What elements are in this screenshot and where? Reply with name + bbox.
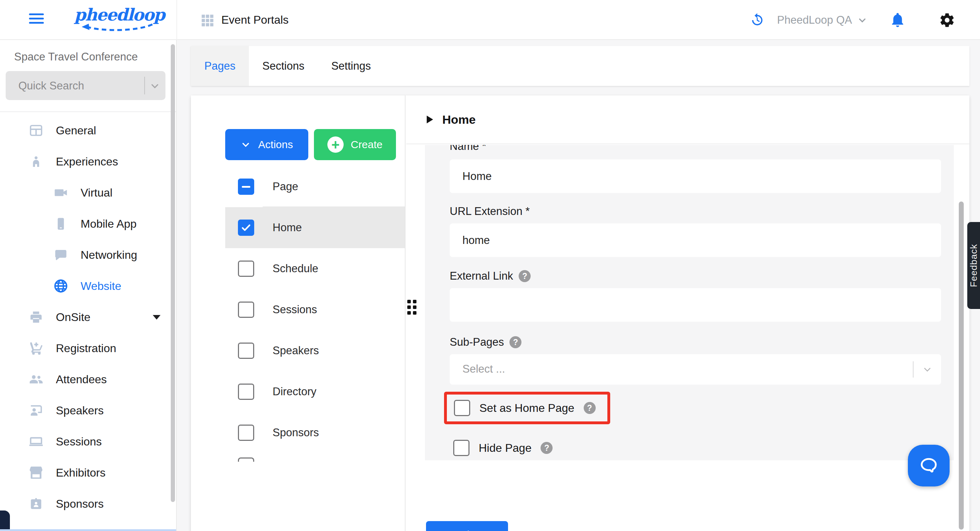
main-scrollbar[interactable] xyxy=(959,202,964,529)
quick-search-select[interactable]: Quick Search xyxy=(6,71,165,100)
help-icon[interactable]: ? xyxy=(541,442,552,454)
list-row-home[interactable]: Home xyxy=(225,207,405,248)
create-button[interactable]: + Create xyxy=(314,129,396,160)
pheedloop-logo[interactable]: pheedloop xyxy=(74,5,162,32)
set-as-home-page-checkbox[interactable] xyxy=(454,400,470,416)
collapse-triangle-icon xyxy=(427,116,433,123)
people-icon xyxy=(27,371,45,388)
help-icon[interactable]: ? xyxy=(519,270,531,282)
hamburger-menu-icon[interactable] xyxy=(29,13,44,26)
sidebar-item-label: OnSite xyxy=(56,311,91,324)
cart-plus-icon xyxy=(27,340,45,357)
sidebar-item-sponsors[interactable]: Sponsors xyxy=(0,488,176,519)
sidebar-item-virtual[interactable]: Virtual xyxy=(0,177,176,208)
tab-sections[interactable]: Sections xyxy=(249,46,318,86)
sub-pages-select[interactable]: Select ... xyxy=(450,354,941,385)
sidebar-item-label: Speakers xyxy=(56,404,103,417)
settings-gear-icon[interactable] xyxy=(939,12,955,28)
globe-icon xyxy=(52,278,69,294)
sidebar-item-attendees[interactable]: Attendees xyxy=(0,364,176,395)
name-label: Name * xyxy=(450,145,941,153)
form-title: Home xyxy=(442,113,476,127)
checkbox-unchecked[interactable] xyxy=(238,383,254,400)
checkbox-unchecked[interactable] xyxy=(238,302,254,318)
list-row-schedule[interactable]: Schedule xyxy=(225,248,405,289)
help-icon[interactable]: ? xyxy=(509,336,522,348)
select-separator xyxy=(144,77,145,94)
hide-page-label: Hide Page xyxy=(479,442,531,455)
checkbox-unchecked[interactable] xyxy=(238,343,254,359)
chat-bubble-icon xyxy=(918,455,939,476)
tab-bar: Pages Sections Settings xyxy=(191,46,969,86)
sidebar-item-sessions[interactable]: Sessions xyxy=(0,426,176,457)
badge-icon xyxy=(27,495,45,512)
sidebar-item-experiences[interactable]: Experiences xyxy=(0,146,176,177)
sidebar-item-registration[interactable]: Registration xyxy=(0,333,176,364)
sidebar-item-general[interactable]: General xyxy=(0,115,176,146)
row-label: Speakers xyxy=(272,344,319,357)
checkbox-checked[interactable] xyxy=(238,219,254,236)
videocam-icon xyxy=(52,184,69,201)
help-icon[interactable]: ? xyxy=(584,402,596,414)
sidebar-item-label: Registration xyxy=(56,342,116,355)
row-label: Directory xyxy=(272,385,317,398)
sidebar-item-website[interactable]: Website xyxy=(0,270,176,302)
page-form-panel: Home Name * URL Extension * External Lin… xyxy=(406,95,969,531)
row-label: Page xyxy=(272,180,298,193)
form-header[interactable]: Home xyxy=(406,95,969,144)
sidebar-item-onsite[interactable]: OnSite xyxy=(0,302,176,333)
list-row-sessions[interactable]: Sessions xyxy=(225,289,405,330)
expand-caret-icon xyxy=(153,315,161,320)
logo-text: pheedloop xyxy=(74,5,164,24)
sidebar-item-networking[interactable]: Networking xyxy=(0,239,176,270)
row-label: Sessions xyxy=(272,303,317,316)
chevron-down-icon xyxy=(857,15,867,25)
select-separator xyxy=(913,361,913,378)
sidebar-divider xyxy=(0,111,176,112)
chevron-down-icon xyxy=(922,364,932,375)
feedback-tab[interactable]: Feedback xyxy=(967,222,980,309)
checkbox-unchecked[interactable] xyxy=(238,261,254,277)
sidebar-item-label: Sessions xyxy=(56,435,102,448)
laptop-icon xyxy=(27,433,45,450)
sidebar-item-label: Mobile App xyxy=(81,218,137,231)
sidebar-item-speakers[interactable]: Speakers xyxy=(0,395,176,426)
tab-settings[interactable]: Settings xyxy=(318,46,384,86)
feedback-tab-label: Feedback xyxy=(968,244,979,287)
main-area: Pages Sections Settings Actions + Create xyxy=(177,40,980,531)
checkbox-indeterminate[interactable] xyxy=(238,178,254,195)
hide-page-checkbox[interactable] xyxy=(453,440,469,456)
org-switcher[interactable]: PheedLoop QA xyxy=(777,14,867,27)
list-row-sponsors[interactable]: Sponsors xyxy=(225,412,405,453)
list-row-speakers[interactable]: Speakers xyxy=(225,330,405,371)
smartphone-icon xyxy=(52,215,69,232)
sidebar-item-label: Networking xyxy=(81,248,137,262)
notifications-bell-icon[interactable] xyxy=(889,12,906,28)
quick-search-label: Quick Search xyxy=(18,79,84,92)
sidebar-item-exhibitors[interactable]: Exhibitors xyxy=(0,457,176,488)
actions-label: Actions xyxy=(258,138,293,151)
actions-button[interactable]: Actions xyxy=(225,129,308,160)
url-extension-label: URL Extension * xyxy=(450,205,941,218)
refresh-clock-icon[interactable] xyxy=(749,13,765,28)
list-row-directory[interactable]: Directory xyxy=(225,371,405,412)
chat-launcher-button[interactable] xyxy=(908,445,950,486)
person-icon xyxy=(27,153,45,170)
external-link-input[interactable] xyxy=(450,288,941,322)
sidebar-item-mobile-app[interactable]: Mobile App xyxy=(0,208,176,239)
apps-grid-icon[interactable] xyxy=(200,13,215,28)
bottom-corner-shape xyxy=(0,510,10,531)
name-input[interactable] xyxy=(450,159,941,193)
plus-icon: + xyxy=(328,137,344,153)
chat-bubble-icon xyxy=(52,246,69,263)
tab-pages[interactable]: Pages xyxy=(191,46,249,86)
url-extension-input[interactable] xyxy=(450,223,941,257)
sidebar-item-label: General xyxy=(56,124,96,137)
save-changes-button[interactable]: Save Changes xyxy=(426,521,508,531)
row-label: Schedule xyxy=(272,262,318,275)
list-row-page[interactable]: Page xyxy=(225,166,405,207)
sidebar-scrollbar[interactable] xyxy=(171,44,175,502)
sidebar-nav: General Experiences Virtual Mobile App xyxy=(0,115,176,519)
checkbox-unchecked[interactable] xyxy=(238,424,254,441)
create-label: Create xyxy=(351,138,382,151)
